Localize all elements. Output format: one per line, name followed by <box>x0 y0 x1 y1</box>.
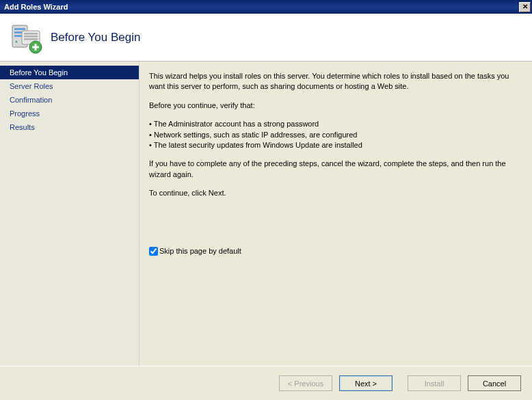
bullet-item: Network settings, such as static IP addr… <box>149 130 518 140</box>
server-role-icon <box>10 21 42 54</box>
close-button[interactable]: ✕ <box>519 2 531 12</box>
wizard-body: Before You Begin Server Roles Confirmati… <box>0 62 532 366</box>
sidebar-item-results[interactable]: Results <box>0 120 139 134</box>
sidebar-item-before-you-begin[interactable]: Before You Begin <box>0 66 139 79</box>
svg-rect-11 <box>32 46 39 48</box>
wizard-header: Before You Begin <box>0 14 532 62</box>
window-title: Add Roles Wizard <box>4 3 68 11</box>
next-button[interactable]: Next > <box>339 375 393 391</box>
complete-note: If you have to complete any of the prece… <box>149 159 518 180</box>
intro-text: This wizard helps you install roles on t… <box>149 71 518 92</box>
skip-page-row: Skip this page by default <box>149 246 241 256</box>
sidebar: Before You Begin Server Roles Confirmati… <box>0 62 139 366</box>
content-area: This wizard helps you install roles on t… <box>139 62 532 366</box>
svg-point-4 <box>16 40 18 42</box>
titlebar: Add Roles Wizard ✕ <box>0 0 532 14</box>
svg-rect-8 <box>24 38 38 40</box>
wizard-footer: < Previous Next > Install Cancel <box>0 366 532 400</box>
install-button: Install <box>408 375 461 391</box>
cancel-button[interactable]: Cancel <box>468 375 521 391</box>
verify-heading: Before you continue, verify that: <box>149 101 518 111</box>
skip-page-label: Skip this page by default <box>159 246 241 256</box>
close-icon: ✕ <box>522 3 528 10</box>
svg-rect-1 <box>14 28 25 30</box>
svg-rect-6 <box>24 33 38 35</box>
bullet-item: The Administrator account has a strong p… <box>149 119 518 129</box>
previous-button: < Previous <box>279 375 332 391</box>
page-title: Before You Begin <box>51 31 140 44</box>
verify-bullets: The Administrator account has a strong p… <box>149 119 518 150</box>
continue-note: To continue, click Next. <box>149 188 518 198</box>
bullet-item: The latest security updates from Windows… <box>149 140 518 150</box>
sidebar-item-confirmation[interactable]: Confirmation <box>0 93 139 107</box>
skip-page-checkbox[interactable] <box>149 247 158 256</box>
sidebar-item-server-roles[interactable]: Server Roles <box>0 79 139 93</box>
sidebar-item-progress[interactable]: Progress <box>0 107 139 120</box>
svg-rect-7 <box>24 36 38 38</box>
